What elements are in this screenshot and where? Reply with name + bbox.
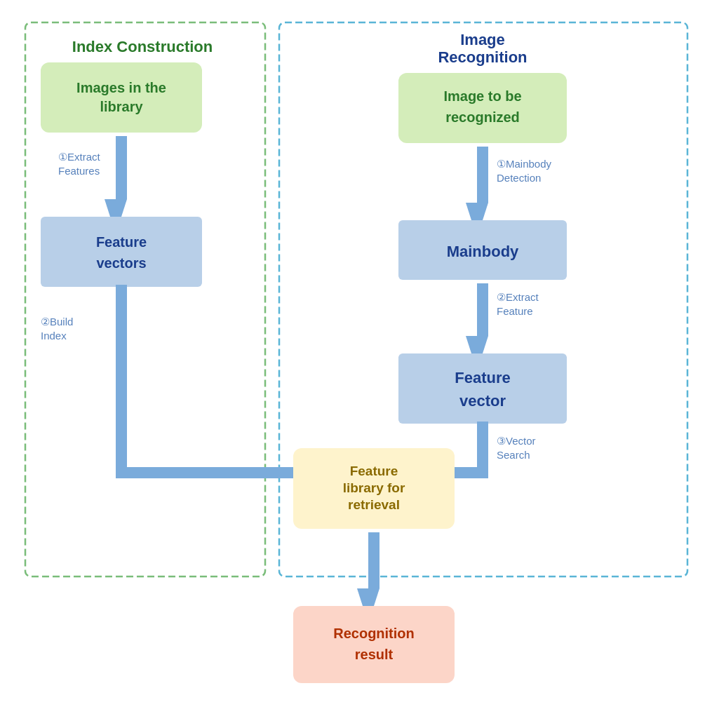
right-step2-label: ②Extract xyxy=(497,291,539,303)
svg-rect-2 xyxy=(41,62,202,133)
bottom-box-line1: Recognition xyxy=(333,626,415,641)
svg-rect-15 xyxy=(293,448,455,529)
center-box-line3: retrieval xyxy=(348,497,400,512)
svg-marker-9 xyxy=(466,203,488,220)
left-step1-label2: Features xyxy=(58,165,100,177)
svg-rect-0 xyxy=(25,22,265,577)
svg-rect-13 xyxy=(398,353,567,424)
right-step3-label: ③Vector xyxy=(497,435,536,447)
svg-rect-8 xyxy=(477,147,488,203)
right-step3-label2: Search xyxy=(497,449,530,461)
bottom-box-line2: result xyxy=(354,647,393,662)
svg-marker-14 xyxy=(377,462,402,483)
svg-rect-10 xyxy=(398,220,567,280)
right-box2: Mainbody xyxy=(446,243,518,260)
left-box1-line1: Images in the xyxy=(76,80,166,95)
svg-rect-5 xyxy=(41,217,202,287)
center-box-line1: Feature xyxy=(349,464,398,478)
left-step2-label: ②Build xyxy=(41,316,73,328)
right-box1-line2: recognized xyxy=(445,109,520,125)
svg-rect-16 xyxy=(368,532,379,588)
left-box2-line1: Feature xyxy=(95,234,146,250)
svg-rect-7 xyxy=(398,73,567,143)
svg-rect-18 xyxy=(293,606,455,683)
svg-rect-11 xyxy=(477,283,488,336)
left-step1-label: ①Extract xyxy=(58,151,101,163)
left-box2-line2: vectors xyxy=(96,255,146,271)
center-box-line2: library for xyxy=(342,480,405,495)
svg-marker-12 xyxy=(466,336,488,353)
left-step2-label2: Index xyxy=(41,330,67,342)
right-box1-line1: Image to be xyxy=(443,88,521,104)
right-box3-line1: Feature xyxy=(455,369,510,386)
right-panel-title: Image xyxy=(460,31,505,48)
right-step2-label2: Feature xyxy=(497,305,533,317)
svg-marker-4 xyxy=(105,199,127,217)
right-panel-title2: Recognition xyxy=(438,48,527,66)
svg-rect-1 xyxy=(279,22,687,577)
right-step1-label: ①Mainbody xyxy=(497,158,552,170)
svg-marker-17 xyxy=(357,588,379,606)
svg-rect-3 xyxy=(116,136,127,199)
right-box3-line2: vector xyxy=(459,392,505,410)
left-panel-title: Index Construction xyxy=(72,38,212,55)
left-box1-line2: library xyxy=(100,99,143,114)
svg-marker-6 xyxy=(356,462,377,483)
right-step1-label2: Detection xyxy=(497,172,541,184)
diagram-container: Index Construction Images in the library… xyxy=(20,17,693,711)
